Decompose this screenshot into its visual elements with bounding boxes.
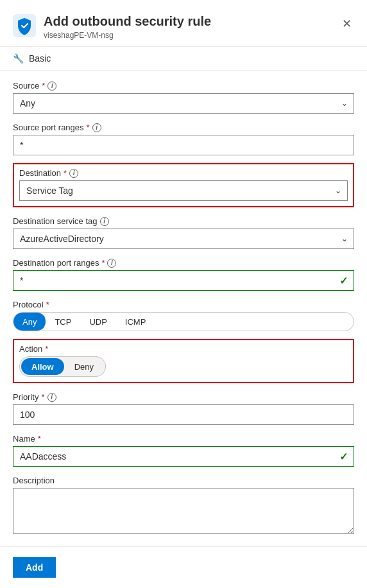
dst-tag-select-wrapper: AzureActiveDirectory ⌄ [13,229,354,249]
protocol-toggle-group: Any TCP UDP ICMP [13,312,354,331]
action-wrapper: Action * Allow Deny [13,339,354,383]
protocol-tcp-button[interactable]: TCP [46,313,80,331]
panel-subtitle: viseshagPE-VM-nsg [44,31,211,40]
add-button[interactable]: Add [13,557,56,578]
action-required: * [45,344,48,354]
source-port-label: Source port ranges * i [13,123,354,132]
destination-label-row: Destination * i [19,168,348,178]
destination-port-check-icon: ✓ [339,275,348,287]
protocol-required: * [46,300,49,309]
destination-wrapper: Destination * i Service Tag ⌄ [13,163,354,207]
destination-port-input-wrapper: ✓ [13,270,354,291]
close-icon: ✕ [342,17,352,31]
header-title-group: Add outbound security rule viseshagPE-VM… [44,13,211,40]
protocol-udp-button[interactable]: UDP [80,313,115,331]
destination-service-tag-select[interactable]: AzureActiveDirectory [13,229,354,249]
destination-service-tag-label: Destination service tag i [13,216,354,226]
destination-port-label: Destination port ranges * i [13,258,354,268]
name-field: Name * ✓ [13,434,354,467]
destination-port-required: * [101,258,105,268]
priority-field: Priority * i [13,392,354,425]
protocol-icmp-button[interactable]: ICMP [116,313,155,331]
source-select-wrapper: Any ⌄ [13,93,354,114]
destination-port-input[interactable] [13,270,354,291]
header-left: Add outbound security rule viseshagPE-VM… [13,13,211,40]
wrench-icon: 🔧 [13,53,24,64]
protocol-label: Protocol * [13,300,354,309]
panel: Add outbound security rule viseshagPE-VM… [0,0,367,588]
destination-select[interactable]: Service Tag [19,180,348,201]
priority-input[interactable] [13,404,354,425]
action-label-row: Action * [19,344,348,354]
priority-label: Priority * i [13,392,354,402]
description-field: Description [13,476,354,534]
action-deny-button[interactable]: Deny [64,358,104,375]
destination-service-tag-field: Destination service tag i AzureActiveDir… [13,216,354,249]
destination-port-info-icon[interactable]: i [107,259,116,268]
source-port-input[interactable] [13,135,354,155]
source-port-required: * [87,123,90,132]
destination-required: * [64,168,67,178]
destination-select-wrapper: Service Tag ⌄ [19,180,348,201]
description-label: Description [13,476,354,485]
source-port-field: Source port ranges * i [13,123,354,155]
protocol-field: Protocol * Any TCP UDP ICMP [13,300,354,331]
source-info-icon[interactable]: i [47,82,56,91]
panel-footer: Add [0,546,367,588]
dst-tag-info-icon[interactable]: i [100,217,109,226]
protocol-any-button[interactable]: Any [13,313,46,331]
name-label: Name * [13,434,354,444]
section-header: 🔧 Basic [0,47,367,71]
name-input-wrapper: ✓ [13,446,354,467]
source-select[interactable]: Any [13,93,354,114]
name-input[interactable] [13,446,354,467]
source-port-info-icon[interactable]: i [92,123,101,132]
priority-required: * [41,392,44,402]
panel-title: Add outbound security rule [44,13,211,30]
action-toggle-group: Allow Deny [19,356,106,377]
shield-icon [13,14,36,37]
source-label: Source * i [13,81,354,91]
name-check-icon: ✓ [339,451,348,463]
priority-info-icon[interactable]: i [47,393,56,402]
panel-header: Add outbound security rule viseshagPE-VM… [0,0,367,47]
source-field: Source * i Any ⌄ [13,81,354,114]
source-required: * [42,81,45,91]
action-allow-button[interactable]: Allow [21,358,64,375]
description-textarea[interactable] [13,488,354,534]
form-body: Source * i Any ⌄ Source port ranges * i [0,71,367,546]
destination-port-field: Destination port ranges * i ✓ [13,258,354,291]
name-required: * [38,434,41,444]
section-label: Basic [29,53,51,64]
close-button[interactable]: ✕ [339,14,354,33]
destination-info-icon[interactable]: i [69,169,78,178]
